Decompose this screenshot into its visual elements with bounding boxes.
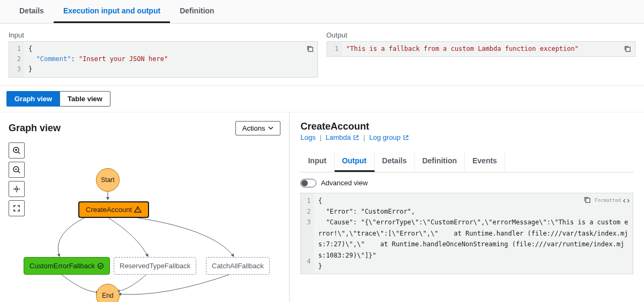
output-code-box: 1 "This is a fallback from a custom Lamb… xyxy=(327,41,636,57)
copy-input-button[interactable] xyxy=(305,44,315,55)
node-custom-error-fallback[interactable]: CustomErrorFallback xyxy=(24,257,110,275)
graph-canvas[interactable]: Start CreateAccount CustomErrorFallback … xyxy=(9,142,280,302)
output-gutter: 1 xyxy=(327,42,342,56)
output-code[interactable]: "This is a fallback from a custom Lambda… xyxy=(342,42,583,56)
node-create-account[interactable]: CreateAccount xyxy=(78,201,149,218)
copy-icon xyxy=(624,45,631,52)
subtab-output[interactable]: Output xyxy=(335,151,375,172)
subtab-input[interactable]: Input xyxy=(300,151,334,172)
graph-title: Graph view xyxy=(9,123,61,134)
code-icon xyxy=(623,198,630,204)
node-reserved-type-fallback[interactable]: ReservedTypeFallback xyxy=(114,257,196,275)
external-link-icon xyxy=(353,134,359,141)
logs-link[interactable]: Logs xyxy=(300,133,315,141)
detail-tabs: Input Output Details Definition Events xyxy=(300,151,633,172)
check-circle-icon xyxy=(97,262,104,269)
external-link-icon xyxy=(403,134,409,141)
svg-rect-6 xyxy=(586,198,590,202)
split-view: Graph view Actions xyxy=(0,112,644,302)
advanced-view-label: Advanced view xyxy=(321,179,367,187)
tab-definition[interactable]: Definition xyxy=(170,0,224,23)
state-title: CreateAccount xyxy=(300,121,633,132)
input-code-box: 1 2 3 { "Comment": "Insert your JSON her… xyxy=(9,41,318,78)
copy-output-button[interactable] xyxy=(622,44,633,55)
node-start[interactable]: Start xyxy=(96,168,120,192)
subtab-events[interactable]: Events xyxy=(465,151,505,172)
state-output-gutter: 1 2 3 4 xyxy=(301,193,314,274)
copy-icon xyxy=(306,45,314,52)
graph-pane: Graph view Actions xyxy=(0,112,290,302)
table-view-button[interactable]: Table view xyxy=(60,91,110,107)
chevron-down-icon xyxy=(268,125,273,131)
svg-rect-1 xyxy=(626,47,630,51)
tab-details[interactable]: Details xyxy=(10,0,54,23)
subtab-definition[interactable]: Definition xyxy=(414,151,465,172)
actions-button[interactable]: Actions xyxy=(235,121,281,135)
warning-icon xyxy=(134,206,142,213)
io-section: Input 1 2 3 { "Comment": "Insert your JS… xyxy=(0,24,644,86)
node-catch-all-fallback[interactable]: CatchAllFallback xyxy=(206,257,270,275)
copy-state-output-button[interactable] xyxy=(582,195,593,206)
graph-view-button[interactable]: Graph view xyxy=(6,91,60,107)
subtab-details[interactable]: Details xyxy=(375,151,415,172)
log-group-link[interactable]: Log group xyxy=(369,133,409,141)
advanced-view-toggle[interactable] xyxy=(300,179,316,187)
view-toggle: Graph view Table view xyxy=(0,86,644,112)
input-label: Input xyxy=(9,31,318,39)
input-code[interactable]: { "Comment": "Insert your JSON here" } xyxy=(24,42,172,77)
input-gutter: 1 2 3 xyxy=(9,42,24,77)
state-links: Logs | Lambda | Log group xyxy=(300,133,633,141)
state-output-json: 1 2 3 4 { "Error": "CustomError", "Cause… xyxy=(300,193,633,275)
copy-icon xyxy=(583,196,591,203)
svg-rect-0 xyxy=(308,47,313,51)
graph-edges xyxy=(9,142,277,302)
formatted-badge: Formatted xyxy=(582,195,630,206)
top-tabs: Details Execution input and output Defin… xyxy=(0,0,644,24)
tab-execution-io[interactable]: Execution input and output xyxy=(54,0,170,23)
detail-pane: CreateAccount Logs | Lambda | Log group … xyxy=(290,112,644,302)
node-end[interactable]: End xyxy=(96,284,120,302)
output-label: Output xyxy=(327,31,636,39)
lambda-link[interactable]: Lambda xyxy=(325,133,359,141)
